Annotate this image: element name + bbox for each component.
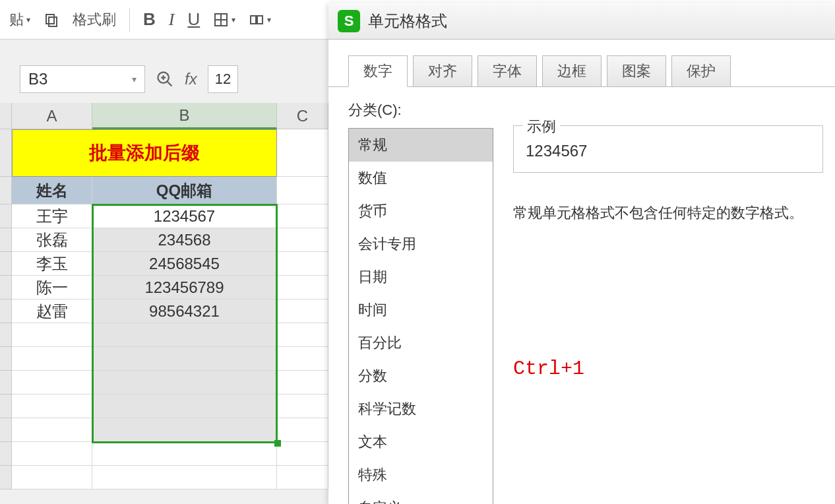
format-brush-label: 格式刷: [73, 10, 116, 30]
row-header[interactable]: [0, 347, 12, 371]
header-qq[interactable]: QQ邮箱: [92, 177, 277, 205]
row-header[interactable]: [0, 228, 12, 252]
tab-protect[interactable]: 保护: [671, 55, 731, 87]
format-brush-button[interactable]: 格式刷: [69, 7, 120, 33]
cell[interactable]: [12, 394, 92, 418]
category-label: 分类(C):: [348, 100, 815, 120]
dialog-body: 分类(C): 常规 数值 货币 会计专用 日期 时间 百分比 分数 科学记数 文…: [328, 86, 835, 504]
zoom-icon[interactable]: [156, 70, 174, 88]
cell[interactable]: [12, 442, 92, 466]
category-fraction[interactable]: 分数: [349, 360, 493, 393]
tab-border[interactable]: 边框: [542, 55, 602, 87]
cell-qq[interactable]: 1234567: [92, 205, 277, 228]
tab-number[interactable]: 数字: [348, 55, 408, 87]
copy-button[interactable]: [40, 7, 63, 33]
merge-button[interactable]: ▾: [245, 7, 275, 33]
border-button[interactable]: ▾: [209, 7, 239, 33]
cell-name[interactable]: 陈一: [12, 276, 92, 299]
row-header[interactable]: [0, 276, 12, 299]
column-header-b[interactable]: B: [92, 103, 277, 129]
cell[interactable]: [277, 323, 328, 347]
row-header[interactable]: [0, 129, 12, 177]
cell[interactable]: [92, 371, 277, 394]
cell-name[interactable]: 赵雷: [12, 299, 92, 323]
row-header[interactable]: [0, 299, 12, 323]
row-header[interactable]: [0, 418, 12, 442]
underline-button[interactable]: U: [183, 7, 204, 33]
row-header[interactable]: [0, 466, 12, 489]
category-currency[interactable]: 货币: [349, 195, 493, 228]
cell-name[interactable]: 王宇: [12, 205, 92, 228]
cell-qq[interactable]: 234568: [92, 228, 277, 252]
cell-qq[interactable]: 123456789: [92, 276, 277, 299]
cell[interactable]: [92, 394, 277, 418]
cell[interactable]: [277, 418, 328, 442]
formula-input[interactable]: 12: [208, 65, 238, 93]
cell[interactable]: [277, 276, 328, 299]
cell-name[interactable]: 李玉: [12, 252, 92, 276]
selection-handle[interactable]: [274, 440, 281, 447]
category-percentage[interactable]: 百分比: [349, 327, 493, 360]
row-header[interactable]: [0, 252, 12, 276]
column-header-a[interactable]: A: [12, 103, 92, 129]
wps-logo-icon: S: [338, 10, 360, 32]
bold-button[interactable]: B: [139, 7, 160, 33]
cell[interactable]: [277, 205, 328, 228]
category-accounting[interactable]: 会计专用: [349, 228, 493, 261]
cell[interactable]: [277, 228, 328, 252]
category-list[interactable]: 常规 数值 货币 会计专用 日期 时间 百分比 分数 科学记数 文本 特殊 自定…: [348, 128, 493, 504]
cell-name[interactable]: 张磊: [12, 228, 92, 252]
cell[interactable]: [92, 442, 277, 466]
spreadsheet: A B C 批量添加后缀 姓名QQ邮箱 王宇1234567 张磊234568 李…: [0, 103, 328, 489]
cell[interactable]: [277, 347, 328, 371]
category-date[interactable]: 日期: [349, 261, 493, 294]
tab-pattern[interactable]: 图案: [607, 55, 666, 87]
cell[interactable]: [92, 418, 277, 442]
fx-label[interactable]: fx: [185, 70, 197, 88]
row-header[interactable]: [0, 177, 12, 205]
cell[interactable]: [277, 466, 328, 489]
row-header[interactable]: [0, 442, 12, 466]
dialog-titlebar[interactable]: S 单元格格式: [328, 3, 835, 40]
cell[interactable]: [277, 252, 328, 276]
category-custom[interactable]: 自定义: [349, 491, 493, 504]
italic-button[interactable]: I: [165, 7, 179, 33]
title-cell[interactable]: 批量添加后缀: [12, 129, 277, 177]
paste-button[interactable]: 贴 ▾: [5, 7, 34, 33]
row-header[interactable]: [0, 371, 12, 394]
category-special[interactable]: 特殊: [349, 458, 493, 491]
paste-label: 贴: [9, 10, 24, 30]
row-header[interactable]: [0, 205, 12, 228]
cell[interactable]: [12, 371, 92, 394]
select-all-corner[interactable]: [0, 103, 12, 129]
cell[interactable]: [92, 347, 277, 371]
category-time[interactable]: 时间: [349, 294, 493, 327]
example-label: 示例: [523, 117, 560, 137]
cell[interactable]: [277, 129, 328, 177]
cell[interactable]: [92, 466, 277, 489]
category-general[interactable]: 常规: [349, 129, 493, 162]
cell[interactable]: [277, 371, 328, 394]
cell[interactable]: [92, 323, 277, 347]
header-name[interactable]: 姓名: [12, 177, 92, 205]
tab-align[interactable]: 对齐: [413, 55, 472, 87]
category-number[interactable]: 数值: [349, 162, 493, 195]
row-header[interactable]: [0, 323, 12, 347]
row-header[interactable]: [0, 394, 12, 418]
cell[interactable]: [12, 418, 92, 442]
cell[interactable]: [277, 442, 328, 466]
cell[interactable]: [277, 299, 328, 323]
category-scientific[interactable]: 科学记数: [349, 393, 493, 425]
name-box[interactable]: B3 ▾: [20, 65, 145, 93]
format-description: 常规单元格格式不包含任何特定的数字格式。: [513, 203, 803, 223]
cell[interactable]: [277, 177, 328, 205]
cell-qq[interactable]: 98564321: [92, 299, 277, 323]
cell[interactable]: [12, 323, 92, 347]
cell[interactable]: [277, 394, 328, 418]
cell[interactable]: [12, 347, 92, 371]
cell[interactable]: [12, 466, 92, 489]
category-text[interactable]: 文本: [349, 425, 493, 458]
cell-qq[interactable]: 24568545: [92, 252, 277, 276]
tab-font[interactable]: 字体: [478, 55, 537, 87]
column-header-c[interactable]: C: [277, 103, 328, 129]
